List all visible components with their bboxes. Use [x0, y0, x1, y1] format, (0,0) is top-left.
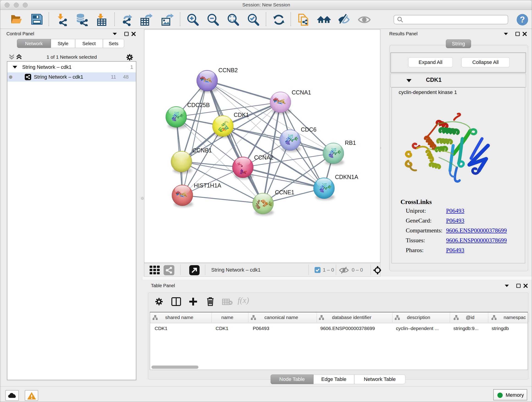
svg-text:CCNB2: CCNB2	[218, 67, 238, 73]
svg-text:CCNA2: CCNA2	[254, 154, 273, 161]
svg-text:CDKN1A: CDKN1A	[335, 174, 358, 180]
svg-text:HIST1H1A: HIST1H1A	[194, 182, 221, 189]
svg-text:CDC6: CDC6	[301, 126, 317, 133]
svg-text:CDC25B: CDC25B	[187, 102, 210, 108]
svg-text:CCNA1: CCNA1	[292, 89, 311, 96]
svg-text:CDK1: CDK1	[234, 112, 249, 118]
svg-text:?: ?	[520, 15, 525, 24]
svg-text:RB1: RB1	[345, 140, 356, 146]
svg-text:CCNE1: CCNE1	[275, 189, 294, 196]
svg-text:CCNB1: CCNB1	[192, 147, 212, 153]
